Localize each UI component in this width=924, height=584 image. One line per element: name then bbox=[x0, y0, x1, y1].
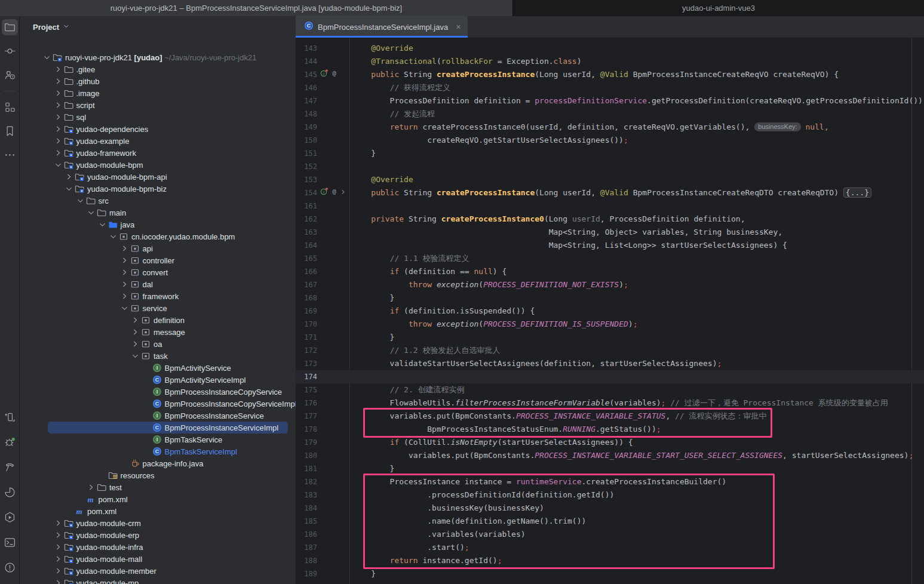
tree-row-framework[interactable]: framework bbox=[20, 290, 296, 302]
chevron-right-icon[interactable] bbox=[131, 339, 140, 349]
tree-row-pom.xml[interactable]: mpom.xml bbox=[20, 505, 296, 517]
tree-row-script[interactable]: script bbox=[20, 99, 296, 111]
tree-row-bpmprocessinstanceserviceimpl[interactable]: CBpmProcessInstanceServiceImpl bbox=[20, 422, 296, 434]
tree-row-java[interactable]: java bbox=[20, 219, 296, 230]
chevron-down-icon[interactable] bbox=[65, 184, 73, 193]
tree-row-bpmprocessinstancecopyservice[interactable]: IBpmProcessInstanceCopyService bbox=[20, 386, 296, 398]
tree-row-yudao-framework[interactable]: yudao-framework bbox=[20, 147, 296, 159]
tree-row-yudao-module-infra[interactable]: yudao-module-infra bbox=[20, 541, 296, 553]
chevron-right-icon[interactable] bbox=[54, 148, 63, 158]
tree-row-service[interactable]: service bbox=[20, 302, 296, 314]
overrides-gutter-icon[interactable]: i bbox=[320, 186, 329, 199]
pull-requests-icon[interactable]: ? bbox=[2, 67, 18, 83]
chevron-down-icon[interactable] bbox=[54, 160, 63, 170]
annotation-gutter-icon[interactable]: @ bbox=[330, 68, 338, 81]
tree-row-resources[interactable]: resources bbox=[20, 469, 296, 481]
chevron-right-icon[interactable] bbox=[87, 482, 96, 492]
tree-row-yudao-module-crm[interactable]: yudao-module-crm bbox=[20, 517, 296, 529]
project-icon[interactable] bbox=[2, 19, 18, 35]
chevron-right-icon[interactable] bbox=[120, 279, 129, 289]
build-icon[interactable] bbox=[2, 459, 18, 475]
editor-tab[interactable]: C BpmProcessInstanceServiceImpl.java × bbox=[296, 16, 468, 38]
tree-row-yudao-example[interactable]: yudao-example bbox=[20, 135, 296, 147]
tree-row-controller[interactable]: controller bbox=[20, 254, 296, 266]
tree-row-yudao-module-bpm[interactable]: yudao-module-bpm bbox=[20, 159, 296, 171]
chevron-right-icon[interactable] bbox=[131, 327, 140, 337]
tree-row-test[interactable]: test bbox=[20, 481, 296, 493]
tree-row-pom.xml[interactable]: mpom.xml bbox=[20, 493, 296, 505]
chevron-right-icon[interactable] bbox=[54, 100, 63, 110]
tree-row-api[interactable]: api bbox=[20, 242, 296, 254]
chevron-right-icon[interactable] bbox=[54, 566, 63, 576]
chevron-right-icon[interactable] bbox=[54, 88, 63, 98]
tree-row-package-info.java[interactable]: package-info.java bbox=[20, 457, 296, 469]
chevron-down-icon[interactable] bbox=[76, 196, 85, 205]
chevron-right-icon[interactable] bbox=[120, 256, 129, 265]
tree-row-sql[interactable]: sql bbox=[20, 111, 296, 123]
chevron-right-icon[interactable] bbox=[54, 542, 63, 552]
services-icon[interactable] bbox=[2, 509, 18, 525]
chevron-right-icon[interactable] bbox=[54, 112, 63, 122]
tree-row-ruoyi-vue-pro-jdk21[interactable]: ruoyi-vue-pro-jdk21 [yudao] ~/Java/ruoyi… bbox=[20, 51, 296, 63]
tree-row-bpmtaskservice[interactable]: IBpmTaskService bbox=[20, 434, 296, 445]
tree-row-main[interactable]: main bbox=[20, 207, 296, 219]
tree-row-yudao-module-bpm-api[interactable]: yudao-module-bpm-api bbox=[20, 171, 296, 183]
chevron-down-icon[interactable] bbox=[98, 220, 107, 229]
chevron-down-icon[interactable] bbox=[109, 232, 118, 241]
chevron-right-icon[interactable] bbox=[120, 291, 129, 301]
tree-row-.image[interactable]: .image bbox=[20, 87, 296, 99]
chevron-down-icon[interactable] bbox=[120, 303, 129, 313]
tree-row-bpmtaskserviceimpl[interactable]: CBpmTaskServiceImpl bbox=[20, 445, 296, 457]
chevron-down-icon[interactable] bbox=[42, 53, 51, 62]
tree-row-oa[interactable]: oa bbox=[20, 338, 296, 350]
commit-icon[interactable] bbox=[2, 43, 18, 59]
notifications-icon[interactable] bbox=[2, 409, 18, 425]
tree-row-yudao-module-mall[interactable]: yudao-module-mall bbox=[20, 553, 296, 565]
chevron-right-icon[interactable] bbox=[54, 554, 63, 564]
chevron-right-icon[interactable] bbox=[65, 172, 73, 182]
tree-row-yudao-dependencies[interactable]: yudao-dependencies bbox=[20, 123, 296, 135]
fold-gutter-icon[interactable] bbox=[340, 186, 346, 199]
tree-row-message[interactable]: message bbox=[20, 326, 296, 338]
annotation-gutter-icon[interactable]: @ bbox=[330, 186, 338, 199]
more-tool-windows-icon[interactable] bbox=[2, 147, 18, 163]
tree-row-task[interactable]: task bbox=[20, 350, 296, 362]
tree-row-dal[interactable]: dal bbox=[20, 278, 296, 290]
tree-row-definition[interactable]: definition bbox=[20, 314, 296, 326]
chevron-right-icon[interactable] bbox=[54, 124, 63, 134]
close-icon[interactable]: × bbox=[456, 22, 461, 32]
terminal-icon[interactable] bbox=[2, 534, 18, 551]
overrides-gutter-icon[interactable]: i bbox=[320, 68, 329, 81]
tree-row-yudao-module-mp[interactable]: yudao-module-mp bbox=[20, 577, 296, 584]
tree-row-yudao-module-erp[interactable]: yudao-module-erp bbox=[20, 529, 296, 541]
tree-row-yudao-module-bpm-biz[interactable]: yudao-module-bpm-biz bbox=[20, 183, 296, 195]
profiler-icon[interactable] bbox=[2, 484, 18, 500]
chevron-down-icon[interactable] bbox=[87, 208, 96, 217]
tree-row-convert[interactable]: convert bbox=[20, 266, 296, 278]
chevron-right-icon[interactable] bbox=[54, 64, 63, 74]
tree-row-.github[interactable]: .github bbox=[20, 75, 296, 87]
tree-row-bpmactivityservice[interactable]: IBpmActivityService bbox=[20, 362, 296, 374]
chevron-down-icon[interactable] bbox=[131, 351, 140, 361]
chevron-right-icon[interactable] bbox=[54, 578, 63, 584]
chevron-right-icon[interactable] bbox=[54, 518, 63, 528]
chevron-right-icon[interactable] bbox=[131, 315, 140, 325]
debug-icon[interactable] bbox=[2, 434, 18, 450]
chevron-right-icon[interactable] bbox=[120, 244, 129, 253]
tree-row-src[interactable]: src bbox=[20, 195, 296, 207]
chevron-right-icon[interactable] bbox=[54, 76, 63, 86]
structure-icon[interactable] bbox=[2, 99, 18, 115]
chevron-right-icon[interactable] bbox=[120, 268, 129, 277]
chevron-right-icon[interactable] bbox=[54, 530, 63, 540]
tree-row-bpmprocessinstanceservice[interactable]: IBpmProcessInstanceService bbox=[20, 410, 296, 422]
chevron-right-icon[interactable] bbox=[54, 136, 63, 146]
bookmarks-icon[interactable] bbox=[2, 123, 18, 139]
tree-row-.gitee[interactable]: .gitee bbox=[20, 63, 296, 75]
tree-row-bpmactivityserviceimpl[interactable]: CBpmActivityServiceImpl bbox=[20, 374, 296, 386]
problems-icon[interactable] bbox=[2, 560, 18, 576]
tree-row-bpmprocessinstancecopyserviceimpl[interactable]: CBpmProcessInstanceCopyServiceImpl bbox=[20, 398, 296, 410]
tree-row-yudao-module-member[interactable]: yudao-module-member bbox=[20, 565, 296, 577]
project-panel-header[interactable]: Project bbox=[20, 16, 296, 38]
tree-row-cn.iocoder.yudao.module.bpm[interactable]: cn.iocoder.yudao.module.bpm bbox=[20, 230, 296, 242]
code-viewport[interactable]: 143 @Override144 @Transactional(rollback… bbox=[296, 38, 924, 584]
